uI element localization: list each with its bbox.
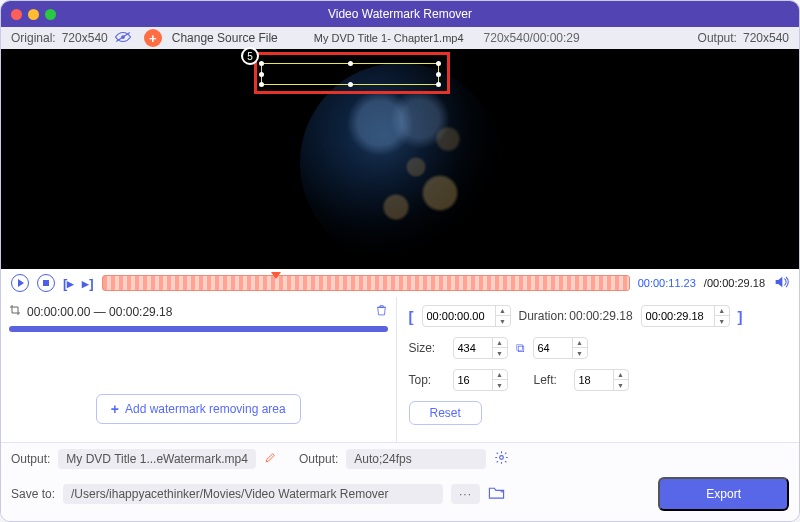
export-button[interactable]: Export xyxy=(658,477,789,511)
step-down-icon[interactable]: ▼ xyxy=(496,316,510,326)
source-filename: My DVD Title 1- Chapter1.mp4 xyxy=(314,32,464,44)
step-down-icon[interactable]: ▼ xyxy=(493,380,507,390)
stop-button[interactable] xyxy=(37,274,55,292)
range-end-input[interactable]: ▲▼ xyxy=(641,305,730,327)
top-input[interactable]: ▲▼ xyxy=(453,369,508,391)
step-up-icon[interactable]: ▲ xyxy=(614,370,628,380)
output-settings-label: Output: xyxy=(299,452,338,466)
range-end-bracket-button[interactable]: ] xyxy=(738,308,743,325)
preview-original-icon[interactable] xyxy=(114,30,132,47)
add-watermark-area-button[interactable]: + Add watermark removing area xyxy=(96,394,301,424)
step-up-icon[interactable]: ▲ xyxy=(715,306,729,316)
resize-handle-icon[interactable] xyxy=(259,82,264,87)
original-resolution: 720x540 xyxy=(62,31,108,45)
window-close-icon[interactable] xyxy=(11,9,22,20)
playhead-icon[interactable] xyxy=(271,272,281,279)
output-resolution: 720x540 xyxy=(743,31,789,45)
set-in-point-button[interactable]: [▸ xyxy=(63,276,74,291)
open-folder-icon[interactable] xyxy=(488,485,505,503)
volume-icon[interactable] xyxy=(773,274,789,293)
height-input[interactable]: ▲▼ xyxy=(533,337,588,359)
edit-output-name-icon[interactable] xyxy=(264,451,277,467)
titlebar: Video Watermark Remover xyxy=(1,1,799,27)
output-settings-field[interactable]: Auto;24fps xyxy=(346,449,486,469)
window-zoom-icon[interactable] xyxy=(45,9,56,20)
range-start-input[interactable]: ▲▼ xyxy=(422,305,511,327)
step-up-icon[interactable]: ▲ xyxy=(496,306,510,316)
delete-segment-icon[interactable] xyxy=(375,303,388,320)
width-input[interactable]: ▲▼ xyxy=(453,337,508,359)
resize-handle-icon[interactable] xyxy=(348,82,353,87)
video-preview[interactable]: 5 xyxy=(1,49,799,269)
source-resolution-duration: 720x540/00:00:29 xyxy=(484,31,580,45)
footer: Output: My DVD Title 1...eWatermark.mp4 … xyxy=(1,442,799,521)
segments-panel: 00:00:00.00 — 00:00:29.18 + Add watermar… xyxy=(1,297,397,442)
resize-handle-icon[interactable] xyxy=(259,61,264,66)
window-minimize-icon[interactable] xyxy=(28,9,39,20)
link-aspect-icon[interactable]: ⧉ xyxy=(516,341,525,355)
output-label: Output: xyxy=(698,31,737,45)
segment-item[interactable]: 00:00:00.00 — 00:00:29.18 xyxy=(9,303,388,320)
add-source-file-icon[interactable]: + xyxy=(144,29,162,47)
step-up-icon[interactable]: ▲ xyxy=(573,338,587,348)
save-to-label: Save to: xyxy=(11,487,55,501)
current-time: 00:00:11.23 xyxy=(638,277,696,289)
plus-icon: + xyxy=(111,401,119,417)
playback-bar: [▸ ▸] 00:00:11.23/00:00:29.18 xyxy=(1,269,799,297)
svg-point-2 xyxy=(500,456,504,460)
duration-value: 00:00:29.18 xyxy=(569,309,632,323)
resize-handle-icon[interactable] xyxy=(436,72,441,77)
left-input[interactable]: ▲▼ xyxy=(574,369,629,391)
browse-path-button[interactable]: ··· xyxy=(451,484,480,504)
add-area-label: Add watermark removing area xyxy=(125,402,286,416)
original-label: Original: xyxy=(11,31,56,45)
total-time: /00:00:29.18 xyxy=(704,277,765,289)
reset-button[interactable]: Reset xyxy=(409,401,482,425)
timeline-track[interactable] xyxy=(102,275,630,291)
top-label: Top: xyxy=(409,373,445,387)
step-badge: 5 xyxy=(241,47,259,65)
output-file-field[interactable]: My DVD Title 1...eWatermark.mp4 xyxy=(58,449,256,469)
play-button[interactable] xyxy=(11,274,29,292)
segment-bar[interactable] xyxy=(9,326,388,332)
left-label: Left: xyxy=(534,373,566,387)
step-down-icon[interactable]: ▼ xyxy=(493,348,507,358)
resize-handle-icon[interactable] xyxy=(436,61,441,66)
resize-handle-icon[interactable] xyxy=(436,82,441,87)
segment-range: 00:00:00.00 — 00:00:29.18 xyxy=(27,305,172,319)
duration-label: Duration: xyxy=(519,309,568,323)
properties-panel: [ ▲▼ Duration:00:00:29.18 ▲▼ ] Size: ▲▼ … xyxy=(397,297,800,442)
resize-handle-icon[interactable] xyxy=(348,61,353,66)
step-down-icon[interactable]: ▼ xyxy=(614,380,628,390)
step-up-icon[interactable]: ▲ xyxy=(493,370,507,380)
range-start-bracket-button[interactable]: [ xyxy=(409,308,414,325)
save-to-path-field[interactable]: /Users/ihappyacethinker/Movies/Video Wat… xyxy=(63,484,443,504)
step-down-icon[interactable]: ▼ xyxy=(573,348,587,358)
output-file-label: Output: xyxy=(11,452,50,466)
crop-icon xyxy=(9,304,21,319)
resize-handle-icon[interactable] xyxy=(259,72,264,77)
step-down-icon[interactable]: ▼ xyxy=(715,316,729,326)
set-out-point-button[interactable]: ▸] xyxy=(82,276,93,291)
info-bar: Original: 720x540 + Change Source File M… xyxy=(1,27,799,49)
output-settings-gear-icon[interactable] xyxy=(494,450,509,468)
watermark-selection-box[interactable] xyxy=(261,63,439,85)
size-label: Size: xyxy=(409,341,445,355)
change-source-file-button[interactable]: Change Source File xyxy=(172,31,278,45)
step-up-icon[interactable]: ▲ xyxy=(493,338,507,348)
window-title: Video Watermark Remover xyxy=(328,7,472,21)
